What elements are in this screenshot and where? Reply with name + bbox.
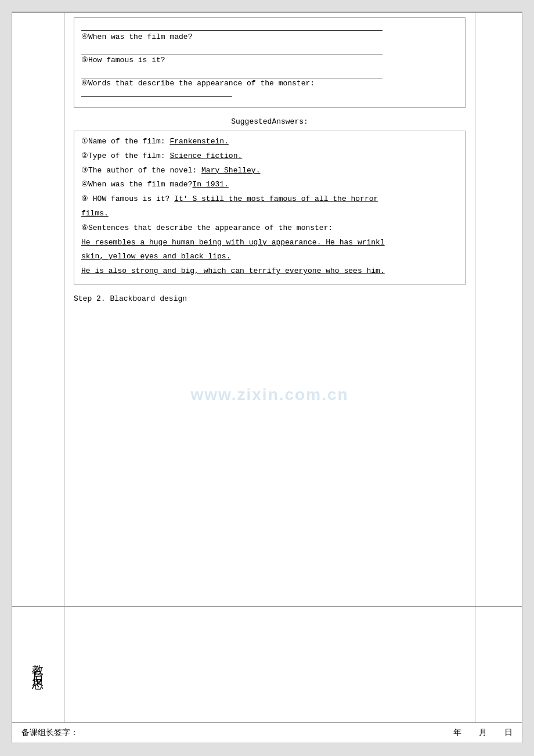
- answer-6-line3: He is also strong and big, which can ter…: [81, 265, 458, 278]
- answer-6-value3: He is also strong and big, which can ter…: [81, 267, 385, 275]
- answer-4-value: In 1931.: [192, 180, 228, 189]
- answer-2-label: ②Type of the film:: [81, 152, 169, 160]
- page: ④When was the film made? ⑤How famous is …: [12, 12, 522, 743]
- footer-month: 月: [479, 728, 487, 738]
- questions-box: ④When was the film made? ⑤How famous is …: [74, 17, 466, 108]
- answer-1: ①Name of the film: Frankenstein.: [81, 136, 458, 148]
- question-4-text: ④When was the film made?: [81, 32, 458, 41]
- answers-box: ①Name of the film: Frankenstein. ②Type o…: [74, 131, 466, 285]
- jiahou-content: [64, 607, 475, 722]
- question-6-text: ⑥Words that describe the appearance of t…: [81, 78, 458, 88]
- question-4-item: ④When was the film made?: [81, 23, 458, 41]
- answer-3: ③The author of the novel: Mary Shelley.: [81, 165, 458, 177]
- answer-5-cont-value: films.: [81, 209, 109, 218]
- answer-2: ②Type of the film: Science fiction.: [81, 150, 458, 163]
- footer-year: 年: [453, 728, 461, 738]
- question-4-line: [81, 23, 383, 31]
- blackboard-area: www.zixin.com.cn: [74, 308, 466, 482]
- center-content: ④When was the film made? ⑤How famous is …: [64, 13, 475, 606]
- question-5-line: [81, 47, 383, 55]
- answer-1-value: Frankenstein.: [169, 137, 228, 146]
- answer-4: ④When was the film made?In 1931.: [81, 179, 458, 191]
- step2-label: Step 2. Blackboard design: [74, 294, 466, 303]
- question-6-answer-line: [81, 89, 232, 97]
- answer-6-text: ⑥Sentences that describe the appearance …: [81, 224, 333, 232]
- answer-6-line2: skin, yellow eyes and black lips.: [81, 251, 458, 263]
- answer-6-value1: He resembles a huge human being with ugl…: [81, 238, 385, 247]
- jiahou-right: [475, 607, 522, 722]
- left-sidebar: [12, 13, 64, 606]
- question-5-text: ⑤How famous is it?: [81, 55, 458, 64]
- answer-5-pre: ⑨ HOW famous is it?: [81, 195, 174, 203]
- bottom-section: 教后反思: [12, 606, 522, 722]
- suggested-title: SuggestedAnswers:: [74, 117, 466, 126]
- answer-2-value: Science fiction.: [169, 152, 242, 160]
- footer-label: 备课组长签字：: [21, 728, 78, 738]
- footer-right: 年 月 日: [453, 728, 513, 738]
- answer-6-label: ⑥Sentences that describe the appearance …: [81, 222, 458, 235]
- answer-3-value: Mary Shelley.: [201, 166, 260, 175]
- question-6-item: ⑥Words that describe the appearance of t…: [81, 70, 458, 97]
- answer-3-label: ③The author of the novel:: [81, 166, 201, 175]
- right-sidebar: [475, 13, 522, 606]
- jiahou-text: 教后反思: [30, 656, 46, 674]
- question-6-line: [81, 70, 383, 78]
- footer: 备课组长签字： 年 月 日: [12, 722, 522, 743]
- jiahou-sidebar: 教后反思: [12, 607, 64, 722]
- answer-6-value2: skin, yellow eyes and black lips.: [81, 252, 230, 261]
- answer-6-line1: He resembles a huge human being with ugl…: [81, 237, 458, 249]
- answer-4-label: ④When was the film made?: [81, 180, 192, 189]
- answer-5: ⑨ HOW famous is it? It' S still the most…: [81, 193, 458, 206]
- answer-1-label: ①Name of the film:: [81, 137, 169, 146]
- main-content: ④When was the film made? ⑤How famous is …: [12, 12, 522, 606]
- watermark-text: www.zixin.com.cn: [190, 386, 348, 404]
- question-5-item: ⑤How famous is it?: [81, 47, 458, 64]
- answer-5-cont: films.: [81, 208, 458, 220]
- footer-day: 日: [504, 728, 513, 738]
- answer-5-value: It' S still the most famous of all the h…: [174, 195, 378, 203]
